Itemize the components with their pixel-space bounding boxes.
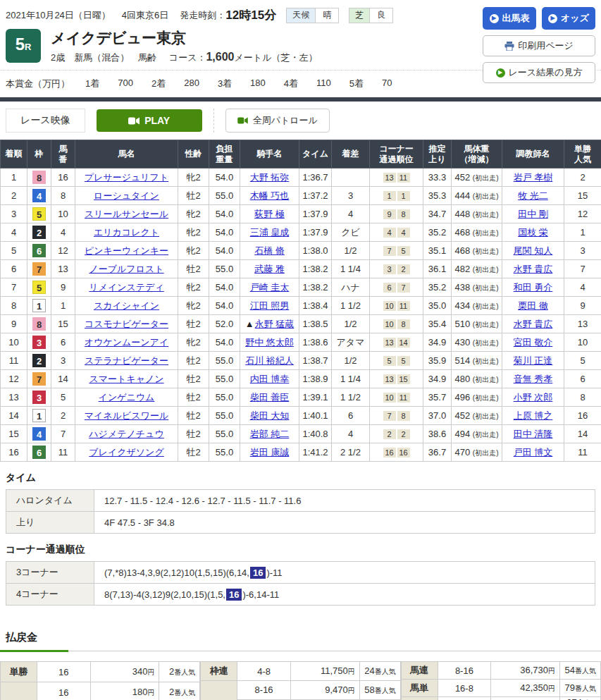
trainer-name-link[interactable]: 尾関 知人 bbox=[514, 245, 553, 256]
trainer-name-link[interactable]: 菊川 正達 bbox=[514, 355, 553, 366]
horse-name-link[interactable]: ノーブルフロスト bbox=[89, 264, 163, 274]
horse-weight-note: (初出走) bbox=[473, 449, 499, 457]
jockey-name-link[interactable]: 岩田 康誠 bbox=[250, 447, 290, 458]
horse-weight-cell: 434 (初出走) bbox=[452, 297, 502, 315]
finish-position: 6 bbox=[1, 260, 27, 278]
popularity-suffix: 番人気 bbox=[375, 668, 396, 675]
result-guide-button[interactable]: ▶ レース結果の見方 bbox=[483, 62, 595, 83]
jockey-name-link[interactable]: 永野 猛蔵 bbox=[255, 319, 295, 329]
margin: 1 1/4 bbox=[332, 370, 370, 388]
horse-name-link[interactable]: インゲニウム bbox=[99, 392, 155, 403]
horse-number: 2 bbox=[51, 407, 75, 425]
race-video-button[interactable]: レース映像 bbox=[6, 109, 85, 133]
horse-name-cell: リメインステディ bbox=[75, 278, 178, 297]
jockey-name-link[interactable]: 戸崎 圭太 bbox=[250, 282, 290, 293]
jockey-cell: 柴田 善臣 bbox=[240, 388, 299, 407]
jockey-name-link[interactable]: 石川 裕紀人 bbox=[245, 355, 294, 366]
payout-row: 馬単16-842,350円79番人気 bbox=[401, 680, 600, 697]
horse-name-link[interactable]: ローシュタイン bbox=[94, 190, 159, 201]
trainer-name-link[interactable]: 岩戸 孝樹 bbox=[514, 172, 553, 183]
win-popularity: 15 bbox=[564, 187, 601, 205]
win-popularity: 4 bbox=[564, 278, 601, 297]
result-row: 1547ハジメテノチュウ牡255.0岩部 純二1:40.842238.6494 … bbox=[1, 425, 601, 443]
jockey-cell: 三浦 皇成 bbox=[240, 223, 299, 242]
race-number-box: 5R bbox=[6, 29, 41, 63]
horse-name-link[interactable]: プレサージュリフト bbox=[85, 172, 168, 183]
horse-name-link[interactable]: オウケンムーンアイ bbox=[85, 337, 168, 348]
jockey-name-link[interactable]: 石橋 脩 bbox=[254, 245, 285, 256]
odds-button[interactable]: ▶ オッズ bbox=[542, 7, 595, 30]
corner-position: 11 bbox=[397, 393, 410, 403]
bracket-cell: 8 bbox=[27, 315, 51, 333]
jockey-name-link[interactable]: 木幡 巧也 bbox=[250, 190, 290, 201]
horse-name-link[interactable]: マイネルビスワール bbox=[85, 410, 168, 421]
last-3f: 34.7 bbox=[423, 205, 452, 223]
jockey-cell: 内田 博幸 bbox=[240, 370, 299, 388]
horse-name-link[interactable]: リメインステディ bbox=[89, 282, 163, 293]
horse-name-link[interactable]: ピンキーウィンキー bbox=[85, 245, 168, 256]
jockey-name-link[interactable]: 柴田 善臣 bbox=[250, 392, 290, 403]
jockey-name-link[interactable]: 三浦 皇成 bbox=[250, 227, 290, 238]
jockey-name-link[interactable]: 江田 照男 bbox=[250, 300, 290, 311]
horse-name-link[interactable]: スマートキャノン bbox=[89, 374, 163, 384]
horse-weight: 438 bbox=[455, 282, 473, 293]
trainer-name-link[interactable]: 上原 博之 bbox=[514, 410, 553, 421]
corner-positions-cell: 44 bbox=[370, 223, 423, 242]
prize-amount: 70 bbox=[382, 78, 392, 90]
trainer-name-link[interactable]: 戸田 博文 bbox=[514, 447, 553, 458]
horse-weight-note: (初出走) bbox=[473, 284, 499, 292]
horse-name-link[interactable]: ハジメテノチュウ bbox=[89, 429, 163, 439]
play-button[interactable]: PLAY bbox=[97, 109, 202, 132]
jockey-name-link[interactable]: 大野 拓弥 bbox=[250, 172, 290, 183]
horse-weight: 444 bbox=[455, 190, 473, 201]
carried-weight: 55.0 bbox=[209, 388, 240, 407]
corner-order-text: (7,*8)13-4,3,9(2,12)10(1,5,15)(6,14, bbox=[104, 567, 249, 578]
payout-row: 複勝16180円2番人気 bbox=[1, 682, 200, 700]
horse-name-link[interactable]: スカイシャイン bbox=[94, 300, 159, 311]
horse-name-link[interactable]: コスモナビゲーター bbox=[85, 319, 168, 329]
trainer-name-link[interactable]: 宮田 敬介 bbox=[514, 337, 553, 348]
patrol-video-button[interactable]: 全周パトロール bbox=[225, 109, 330, 133]
sex-age: 牡2 bbox=[178, 352, 209, 370]
bracket-cell: 1 bbox=[27, 297, 51, 315]
jockey-name-link[interactable]: 内田 博幸 bbox=[250, 374, 290, 384]
trainer-name-link[interactable]: 音無 秀孝 bbox=[514, 374, 553, 384]
print-page-button[interactable]: 印刷用ページ bbox=[483, 35, 595, 56]
trainer-name-link[interactable]: 小野 次郎 bbox=[514, 392, 553, 403]
trainer-name-link[interactable]: 栗田 徹 bbox=[518, 300, 548, 311]
jockey-name-link[interactable]: 荻野 極 bbox=[254, 209, 285, 219]
jockey-name-link[interactable]: 柴田 大知 bbox=[250, 410, 290, 421]
jockey-name-link[interactable]: 岩部 純二 bbox=[250, 429, 290, 439]
corner-position: 5 bbox=[397, 356, 410, 366]
last-3f: 33.3 bbox=[423, 168, 452, 187]
trainer-name-link[interactable]: 水野 貴広 bbox=[514, 264, 553, 274]
trainer-name-link[interactable]: 牧 光二 bbox=[518, 190, 548, 201]
horse-name-link[interactable]: エリカコレクト bbox=[94, 227, 159, 238]
trainer-name-link[interactable]: 国枝 栄 bbox=[518, 227, 548, 238]
horse-name-link[interactable]: ブレイクザソング bbox=[89, 447, 163, 458]
result-row: 6713ノーブルフロスト牡255.0武藤 雅1:38.21 1/43236.14… bbox=[1, 260, 601, 278]
trainer-name-link[interactable]: 水野 貴広 bbox=[514, 319, 553, 329]
sex-age: 牝2 bbox=[178, 205, 209, 223]
trainer-name-link[interactable]: 和田 勇介 bbox=[514, 282, 553, 293]
horse-name-link[interactable]: スリールサンセール bbox=[85, 209, 168, 219]
trainer-name-link[interactable]: 田中 清隆 bbox=[514, 429, 553, 439]
margin: ハナ bbox=[332, 278, 370, 297]
margin: アタマ bbox=[332, 333, 370, 352]
entries-button[interactable]: ▶ 出馬表 bbox=[483, 7, 536, 30]
jockey-name-link[interactable]: 武藤 雅 bbox=[254, 264, 285, 274]
horse-name-link[interactable]: ステラナビゲーター bbox=[85, 355, 168, 366]
jockey-name-link[interactable]: 野中 悠太郎 bbox=[245, 337, 294, 348]
carried-weight: 55.0 bbox=[209, 370, 240, 388]
carried-weight: 54.0 bbox=[209, 242, 240, 260]
prize-amount: 180 bbox=[250, 78, 266, 90]
horse-name-cell: ピンキーウィンキー bbox=[75, 242, 178, 260]
chevron-circle-icon: ▶ bbox=[548, 14, 557, 23]
bracket-number: 7 bbox=[32, 262, 46, 276]
bracket-number: 8 bbox=[32, 317, 46, 331]
carried-weight: 54.0 bbox=[209, 168, 240, 187]
jockey-cell: 柴田 大知 bbox=[240, 407, 299, 425]
trainer-name-link[interactable]: 田中 剛 bbox=[518, 209, 548, 219]
horse-number: 13 bbox=[51, 260, 75, 278]
finish-position: 14 bbox=[1, 407, 27, 425]
